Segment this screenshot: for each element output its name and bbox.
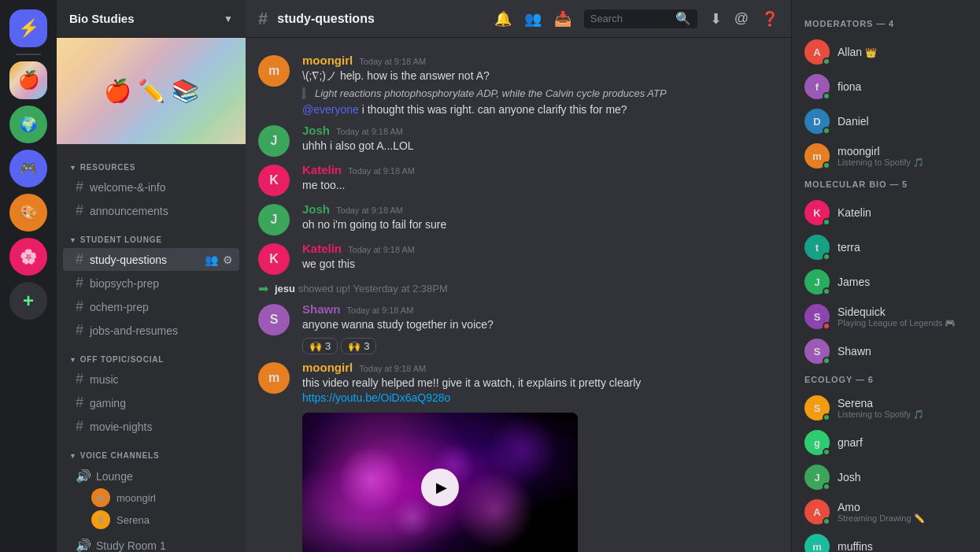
member-item-daniel[interactable]: D Daniel bbox=[798, 104, 974, 139]
member-name: Katelin bbox=[838, 206, 967, 219]
message-content: Josh Today at 9:18 AM oh no i'm going to… bbox=[302, 202, 778, 233]
server-icon-bio-studies[interactable]: 🍎 bbox=[9, 61, 47, 99]
member-item-terra[interactable]: t terra bbox=[798, 230, 974, 265]
voice-member-serena[interactable]: S Serena bbox=[76, 509, 233, 531]
channel-name: movie-nights bbox=[90, 420, 152, 433]
channel-ochem-prep[interactable]: # ochem-prep bbox=[63, 295, 239, 318]
message-author[interactable]: Josh bbox=[302, 202, 330, 216]
message-author[interactable]: Shawn bbox=[302, 302, 340, 316]
channel-announcements[interactable]: # announcements bbox=[63, 199, 239, 222]
member-item-amo[interactable]: A Amo Streaming Drawing ✏️ bbox=[798, 495, 974, 529]
member-item-gnarf[interactable]: g gnarf bbox=[798, 425, 974, 460]
voice-channel-study-room-1[interactable]: 🔊 Study Room 1 s shawn 📹 LIVE t terra 🖥 bbox=[63, 533, 239, 552]
member-item-fiona[interactable]: f fiona bbox=[798, 69, 974, 104]
system-message: ➡ jesu showed up! Yesterday at 2:38PM bbox=[246, 278, 791, 299]
avatar: J bbox=[258, 125, 290, 157]
category-student-lounge[interactable]: ▼ STUDENT LOUNGE bbox=[57, 223, 246, 247]
member-name: James bbox=[838, 276, 967, 288]
bell-icon[interactable]: 🔔 bbox=[494, 10, 512, 28]
avatar: m bbox=[258, 362, 290, 394]
add-server-button[interactable]: + bbox=[9, 282, 47, 320]
member-name: Amo bbox=[838, 501, 967, 513]
message-text: oh no i'm going to fail for sure bbox=[302, 217, 778, 233]
category-off-topic[interactable]: ▼ OFF TOPIC/SOCIAL bbox=[57, 343, 246, 367]
member-info: Shawn bbox=[838, 345, 967, 358]
play-button[interactable]: ▶ bbox=[421, 469, 459, 506]
mention-icon[interactable]: @ bbox=[734, 10, 749, 27]
member-item-serena[interactable]: S Serena Listening to Spotify 🎵 bbox=[798, 391, 974, 425]
channel-biopsych-prep[interactable]: # biopsych-prep bbox=[63, 272, 239, 295]
message-row: m moongirl Today at 9:18 AM this video r… bbox=[246, 358, 791, 552]
message-author[interactable]: moongirl bbox=[302, 361, 353, 374]
member-item-moongirl[interactable]: m moongirl Listening to Spotify 🎵 bbox=[798, 139, 974, 173]
status-dot bbox=[823, 287, 830, 295]
voice-channel-lounge[interactable]: 🔊 Lounge m moongirl S Serena bbox=[63, 464, 239, 532]
help-icon[interactable]: ❓ bbox=[761, 10, 778, 28]
reaction-1[interactable]: 🙌3 bbox=[302, 338, 338, 354]
add-member-icon[interactable]: 👥 bbox=[205, 254, 218, 266]
server-icon-5[interactable]: 🌸 bbox=[9, 238, 47, 276]
member-item-josh[interactable]: J Josh bbox=[798, 460, 974, 495]
settings-icon[interactable]: ⚙ bbox=[223, 254, 233, 266]
search-box[interactable]: 🔍 bbox=[584, 9, 697, 28]
channel-gaming[interactable]: # gaming bbox=[63, 391, 239, 414]
message-text: anyone wanna study together in voice? bbox=[302, 317, 778, 333]
server-header[interactable]: Bio Studies ▼ bbox=[57, 0, 246, 38]
status-dot bbox=[823, 253, 830, 261]
message-link: https://youtu.be/OiDx6aQ928o bbox=[302, 391, 778, 406]
category-voice-channels[interactable]: ▼ VOICE CHANNELS bbox=[57, 439, 246, 463]
server-name: Bio Studies bbox=[69, 12, 135, 25]
section-molecular-bio: MOLECULAR BIO — 5 bbox=[798, 173, 974, 192]
voice-channel-header: 🔊 Lounge bbox=[76, 465, 233, 487]
channel-study-questions[interactable]: # study-questions 👥 ⚙ bbox=[63, 248, 239, 271]
member-name: Sidequick bbox=[838, 306, 967, 318]
message-author[interactable]: Katelin bbox=[302, 242, 342, 255]
message-content: Katelin Today at 9:18 AM me too... bbox=[302, 163, 778, 194]
member-name: Allan 👑 bbox=[838, 46, 967, 58]
category-resources[interactable]: ▼ RESOURCES bbox=[57, 150, 246, 175]
message-text: \(;∇;)ノ help. how is the answer not A? bbox=[302, 69, 778, 84]
status-dot bbox=[823, 357, 830, 365]
channel-hash-icon: # bbox=[258, 9, 268, 29]
channel-welcome-info[interactable]: # welcome-&-info bbox=[63, 176, 239, 198]
video-embed[interactable]: ▶ bbox=[302, 413, 578, 552]
message-author[interactable]: Josh bbox=[302, 124, 330, 137]
member-info: muffins bbox=[838, 540, 967, 552]
server-icon-2[interactable]: 🌍 bbox=[9, 106, 47, 143]
message-content: Shawn Today at 9:18 AM anyone wanna stud… bbox=[302, 302, 778, 354]
server-banner: 🍎✏️📚 bbox=[57, 38, 246, 144]
channel-name: jobs-and-resumes bbox=[90, 324, 178, 337]
channel-music[interactable]: # music bbox=[63, 368, 239, 391]
member-item-shawn[interactable]: S Shawn bbox=[798, 334, 974, 369]
message-author[interactable]: Katelin bbox=[302, 163, 342, 176]
reaction-2[interactable]: 🙌3 bbox=[341, 338, 376, 354]
video-link[interactable]: https://youtu.be/OiDx6aQ928o bbox=[302, 391, 450, 404]
members-icon[interactable]: 👥 bbox=[524, 10, 542, 28]
member-item-james[interactable]: J James bbox=[798, 265, 974, 299]
discord-home-icon[interactable]: ⚡ bbox=[9, 9, 47, 47]
member-item-sidequick[interactable]: S Sidequick Playing League of Legends 🎮 bbox=[798, 299, 974, 334]
message-text: uhhh i also got A...LOL bbox=[302, 139, 778, 154]
search-icon: 🔍 bbox=[675, 11, 691, 26]
server-icon-3[interactable]: 🎮 bbox=[9, 150, 47, 187]
status-dot bbox=[823, 218, 830, 226]
server-icon-4[interactable]: 🎨 bbox=[9, 194, 47, 232]
channel-movie-nights[interactable]: # movie-nights bbox=[63, 415, 239, 438]
channel-jobs-resumes[interactable]: # jobs-and-resumes bbox=[63, 319, 239, 342]
member-info: Katelin bbox=[838, 206, 967, 219]
right-sidebar: MODERATORS — 4 A Allan 👑 f fiona D Danie… bbox=[791, 0, 980, 552]
member-item-allan[interactable]: A Allan 👑 bbox=[798, 35, 974, 69]
category-resources-label: RESOURCES bbox=[80, 163, 136, 172]
search-input[interactable] bbox=[590, 13, 671, 24]
message-header: Josh Today at 9:18 AM bbox=[302, 202, 778, 216]
section-moderators: MODERATORS — 4 bbox=[798, 13, 974, 31]
inbox-icon[interactable]: 📥 bbox=[554, 10, 571, 28]
message-author[interactable]: moongirl bbox=[302, 54, 353, 67]
member-item-muffins[interactable]: m muffins bbox=[798, 529, 974, 552]
member-name: Daniel bbox=[838, 115, 967, 128]
status-dot bbox=[823, 161, 830, 169]
message-content: moongirl Today at 9:18 AM this video rea… bbox=[302, 361, 778, 552]
voice-member-moongirl[interactable]: m moongirl bbox=[76, 487, 233, 509]
download-icon[interactable]: ⬇ bbox=[710, 10, 722, 28]
member-item-katelin[interactable]: K Katelin bbox=[798, 195, 974, 230]
